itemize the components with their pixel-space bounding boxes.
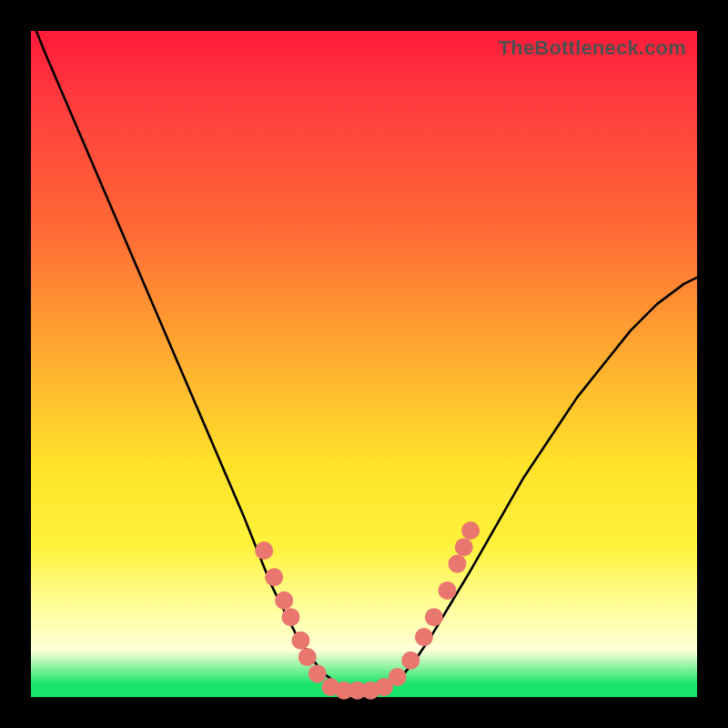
curve-marker xyxy=(425,608,443,626)
curve-marker xyxy=(255,541,273,560)
curve-marker xyxy=(265,568,283,586)
curve-marker xyxy=(281,608,299,626)
curve-marker xyxy=(291,632,309,650)
curve-marker xyxy=(448,555,466,573)
plot-area: TheBottleneck.com xyxy=(31,31,697,697)
curve-marker xyxy=(275,592,293,610)
bottleneck-curve xyxy=(31,17,697,690)
curve-marker xyxy=(389,668,407,686)
chart-frame: TheBottleneck.com xyxy=(0,0,728,728)
curve-marker xyxy=(308,664,327,682)
curve-marker xyxy=(439,581,457,600)
curve-marker xyxy=(461,521,480,540)
curve-marker xyxy=(401,652,420,670)
curve-marker xyxy=(298,648,317,666)
curve-layer xyxy=(31,31,697,697)
curve-marker xyxy=(415,628,433,646)
curve-marker xyxy=(455,538,473,556)
